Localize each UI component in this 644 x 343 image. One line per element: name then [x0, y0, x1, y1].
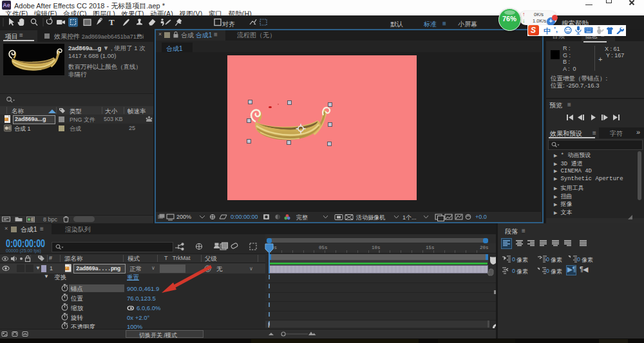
- svg-text:T: T: [109, 17, 115, 27]
